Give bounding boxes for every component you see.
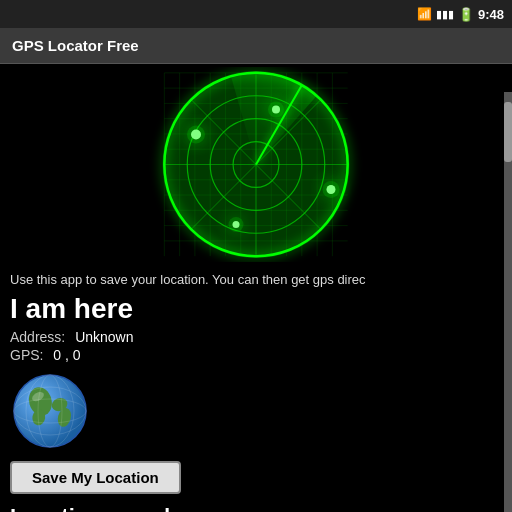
status-bar: 📶 ▮▮▮ 🔋 9:48 xyxy=(0,0,512,28)
gps-row: GPS: 0 , 0 xyxy=(10,347,502,363)
status-time: 9:48 xyxy=(478,7,504,22)
save-location-button[interactable]: Save My Location xyxy=(10,461,181,494)
description-text: Use this app to save your location. You … xyxy=(10,272,502,287)
status-icons: 📶 ▮▮▮ 🔋 9:48 xyxy=(417,7,504,22)
i-am-here-label: I am here xyxy=(10,293,502,325)
location-saved-label: Location saved as: xyxy=(10,504,502,512)
svg-point-0 xyxy=(14,375,86,447)
battery-icon: 🔋 xyxy=(458,7,474,22)
content-area: Use this app to save your location. You … xyxy=(0,264,512,512)
scrollbar[interactable] xyxy=(504,92,512,512)
gps-label: GPS: xyxy=(10,347,43,363)
wifi-icon: 📶 xyxy=(417,7,432,21)
radar-display xyxy=(96,67,416,262)
title-bar: GPS Locator Free xyxy=(0,28,512,64)
globe-section xyxy=(10,371,502,451)
gps-value: 0 , 0 xyxy=(53,347,80,363)
address-value: Unknown xyxy=(75,329,133,345)
globe-icon xyxy=(10,371,90,451)
scrollbar-thumb[interactable] xyxy=(504,102,512,162)
address-row: Address: Unknown xyxy=(10,329,502,345)
radar-container xyxy=(0,64,512,264)
main-wrapper: GPS Locator Free Use this app to save yo… xyxy=(0,28,512,512)
app-title: GPS Locator Free xyxy=(12,37,139,54)
address-label: Address: xyxy=(10,329,65,345)
signal-bars-icon: ▮▮▮ xyxy=(436,8,454,21)
